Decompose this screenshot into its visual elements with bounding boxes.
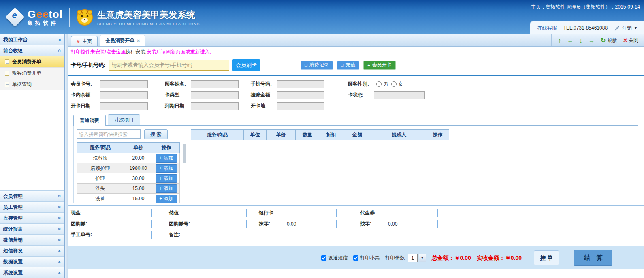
refresh-button[interactable]: ↻ 刷新 [601, 37, 617, 44]
sidebar: 我的工作台 « 前台收银 « 会员消费开单 散客消费开单 单据查询 会员管理» … [0, 34, 65, 278]
card-swipe-row: 卡号/手机号码: 会员刷卡 □消费记录 □充值 +会员开卡 [68, 57, 644, 76]
print-copies-control: 打印份数: 1 ▼ [385, 254, 426, 262]
print-control-notice: 打印控件未安装!点击这里执行安装,安装后请刷新页面或重新进入。 [68, 47, 644, 57]
tab-times-items[interactable]: 计次项目 [108, 114, 140, 125]
gender-male-radio[interactable] [376, 81, 382, 87]
cart-col-price: 单价 [267, 130, 296, 140]
groupon-no-input[interactable] [195, 220, 247, 228]
rounding-field[interactable]: 0.00 [285, 220, 337, 228]
rounding-label: 抹零: [259, 220, 285, 227]
sidebar-item-member-billing[interactable]: 会员消费开单 [0, 56, 64, 68]
item-table-scrollbar[interactable] [183, 144, 186, 163]
document-icon [5, 71, 9, 76]
print-ticket-checkbox[interactable] [353, 255, 358, 261]
tab-normal-consume[interactable]: 普通消费 [73, 115, 106, 126]
print-copies-dropdown-icon[interactable]: ▼ [419, 254, 426, 262]
document-icon [5, 82, 9, 87]
gender-label: 顾客性别: [348, 81, 374, 88]
add-item-button[interactable]: + 添加 [156, 154, 177, 163]
close-button[interactable]: × 关闭 [623, 37, 638, 44]
tab-strip: ♥ 主页 会员消费开单 × ↑ ← ↓ → ↻ 刷新 [68, 34, 644, 47]
billing-panel: 打印控件未安装!点击这里执行安装,安装后请刷新页面或重新进入。 卡号/手机号码:… [68, 47, 644, 278]
manual-order-no-label: 手工单号: [71, 231, 100, 238]
chevron-down-icon: » [57, 250, 63, 252]
arrow-right-icon[interactable]: → [589, 37, 595, 44]
company-logo: e Geetol 集拓软件 [0, 9, 63, 26]
sidebar-item-order-query[interactable]: 单据查询 [0, 79, 64, 90]
cart-col-action: 操作 [426, 130, 449, 140]
sidebar-splitter[interactable] [65, 34, 68, 278]
cart-table: 服务/商品 单位 单价 数量 折扣 金额 提成人 操作 [191, 129, 449, 140]
sidebar-collapse-icon[interactable]: « [58, 37, 61, 43]
add-item-button[interactable]: + 添加 [156, 195, 177, 203]
open-place-label: 开卡地: [251, 103, 277, 109]
chevron-down-icon: » [57, 239, 63, 242]
hold-order-button[interactable]: 挂 单 [534, 250, 559, 265]
search-button[interactable]: 搜 索 [144, 129, 168, 139]
app-window: e Geetol 集拓软件 生意虎美容美甲美发系统 SHENG YI HU ME… [0, 0, 644, 278]
square-icon: □ [305, 63, 307, 68]
square-icon: □ [341, 63, 344, 68]
manual-order-no-input[interactable] [100, 231, 152, 239]
document-icon [5, 59, 9, 64]
sidebar-group-data-settings[interactable]: 数据设置» [0, 256, 64, 267]
notice-install-link[interactable]: 打印控件未安装!点击这里 [71, 49, 126, 55]
add-item-button[interactable]: + 添加 [156, 164, 177, 173]
stored-value-input[interactable] [195, 209, 247, 217]
gender-female-radio[interactable] [391, 81, 397, 87]
cart-col-amount: 金额 [343, 130, 372, 140]
member-swipe-button[interactable]: 会员刷卡 [232, 59, 260, 71]
print-copies-value[interactable]: 1 [408, 254, 418, 262]
consume-record-button[interactable]: □消费记录 [301, 61, 333, 70]
arrow-up-icon[interactable]: ↑ [558, 37, 561, 44]
service-box: 在线客服 TEL:0731-85461088 注销 ▼ [530, 21, 644, 34]
voucher-input[interactable] [386, 209, 438, 217]
sidebar-group-sms[interactable]: 短信群发» [0, 245, 64, 256]
chevron-up-icon: « [57, 49, 63, 52]
logo-mark-icon: e [5, 7, 25, 27]
tab-close-icon[interactable]: × [137, 38, 140, 44]
groupon-input[interactable] [100, 220, 152, 228]
tab-home[interactable]: ♥ 主页 [71, 36, 98, 46]
change-field[interactable]: 0.00 [386, 220, 438, 228]
payment-separator [68, 205, 644, 206]
logout-button[interactable]: 注销 ▼ [614, 25, 638, 32]
chevron-down-icon: » [57, 217, 63, 220]
settle-button[interactable]: 结 算 [574, 250, 612, 266]
sidebar-group-staff-mgmt[interactable]: 员工管理» [0, 201, 64, 212]
table-row: 洗剪吹 20.00 + 添加 [77, 153, 180, 163]
send-sms-checkbox[interactable] [321, 255, 326, 261]
sidebar-group-wechat-marketing[interactable]: 微信营销» [0, 234, 64, 245]
add-item-button[interactable]: + 添加 [156, 174, 177, 183]
workbench-header: 我的工作台 « [0, 34, 64, 45]
heart-icon: ♥ [77, 38, 80, 45]
cart-col-qty: 数量 [296, 130, 319, 140]
sidebar-group-statistics[interactable]: 统计报表» [0, 223, 64, 234]
sidebar-group-member-mgmt[interactable]: 会员管理» [0, 190, 64, 201]
add-item-button[interactable]: + 添加 [156, 184, 177, 193]
sidebar-group-system-settings[interactable]: 系统设置» [0, 267, 64, 278]
cart-col-commission: 提成人 [372, 130, 426, 140]
table-row: 洗头 15.00 + 添加 [77, 184, 180, 194]
group-front-desk[interactable]: 前台收银 « [0, 45, 64, 56]
open-date-field [100, 102, 148, 110]
plug-icon [614, 25, 620, 31]
arrow-down-icon[interactable]: ↓ [580, 37, 583, 44]
tab-member-billing[interactable]: 会员消费开单 × [100, 35, 145, 46]
remark-input[interactable] [195, 231, 331, 239]
logo-text: Geetol [28, 9, 63, 20]
online-service-link[interactable]: 在线客服 [537, 25, 557, 32]
cash-input[interactable] [100, 209, 152, 217]
arrow-left-icon[interactable]: ← [567, 37, 574, 44]
bank-card-input[interactable] [285, 209, 337, 217]
payment-grid: 现金: 储值: 银行卡: 代金券: 团购券: 团购券号: 抹零:0.00 找零:… [68, 208, 644, 240]
app-subtitle: SHENG YI HU MEI RONG MEI JIA MEI FA XI T… [97, 22, 200, 26]
card-type-label: 卡类型: [165, 92, 191, 98]
recharge-button[interactable]: □充值 [337, 61, 360, 70]
card-number-input[interactable] [109, 60, 229, 71]
sidebar-group-inventory-mgmt[interactable]: 库存管理» [0, 212, 64, 223]
pinyin-search-input[interactable] [77, 129, 141, 139]
open-member-card-button[interactable]: +会员开卡 [363, 61, 395, 70]
sidebar-item-walkin-billing[interactable]: 散客消费开单 [0, 68, 64, 79]
close-icon: × [623, 37, 627, 44]
